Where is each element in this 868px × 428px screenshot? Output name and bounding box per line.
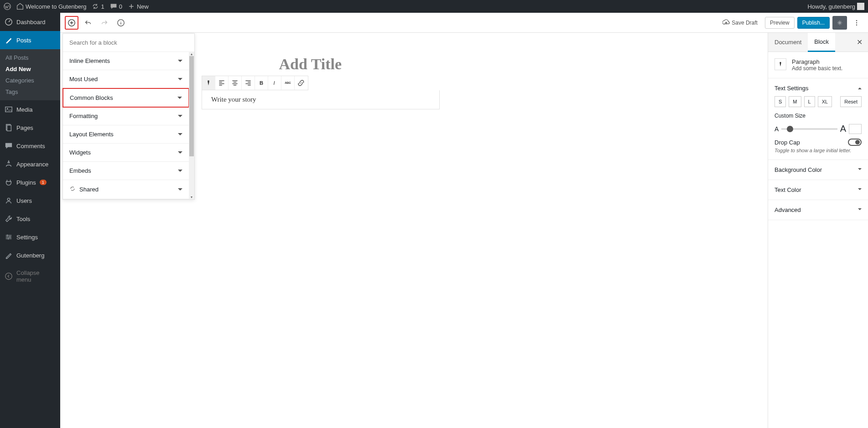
site-link[interactable]: Welcome to Gutenberg [16, 3, 86, 10]
comments-count: 0 [119, 3, 122, 10]
new-label: New [137, 3, 149, 10]
howdy-text: Howdy, gutenberg [807, 3, 855, 10]
new-link[interactable]: New [128, 3, 149, 10]
updates-link[interactable]: 1 [92, 3, 104, 10]
howdy-link[interactable]: Howdy, gutenberg [807, 3, 864, 10]
comments-link[interactable]: 0 [110, 3, 122, 10]
avatar-icon [857, 3, 864, 10]
updates-count: 1 [101, 3, 104, 10]
admin-bar: Welcome to Gutenberg 1 0 New Howdy, gute… [0, 0, 868, 13]
site-name: Welcome to Gutenberg [26, 3, 86, 10]
wp-logo-icon[interactable] [4, 3, 11, 10]
